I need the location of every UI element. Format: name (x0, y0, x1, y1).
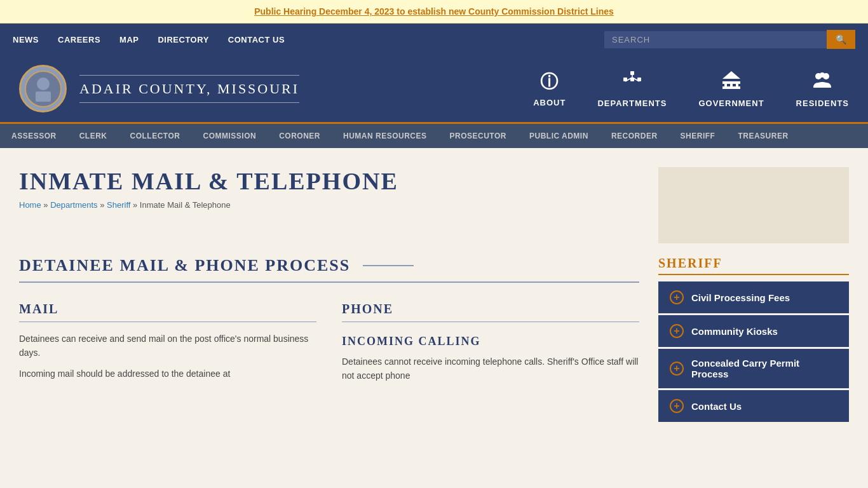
residents-label: RESIDENTS (796, 98, 849, 108)
header-nav: ⓘ ABOUT DEPARTMENTS (325, 70, 849, 108)
logo-area: ADAIR COUNTY, MISSOURI (19, 65, 299, 112)
announcement-link[interactable]: Public Hearing December 4, 2023 to estab… (254, 6, 614, 17)
search-input[interactable] (604, 31, 827, 48)
dept-sheriff[interactable]: SHERIFF (669, 124, 727, 148)
dept-clerk[interactable]: CLERK (68, 124, 119, 148)
mail-title: MAIL (19, 302, 316, 322)
page-title: INMATE MAIL & TELEPHONE (19, 167, 658, 195)
sidebar-item-civil-processing[interactable]: + Civil Processing Fees (658, 281, 849, 313)
sidebar-label-civil: Civil Processing Fees (691, 292, 790, 303)
content-main: DETAINEE MAIL & PHONE PROCESS MAIL Detai… (19, 256, 639, 424)
dept-prosecutor[interactable]: PROSECUTOR (438, 124, 518, 148)
breadcrumb-sep3: » (133, 200, 140, 210)
announcement-bar: Public Hearing December 4, 2023 to estab… (0, 0, 868, 24)
dept-assessor[interactable]: ASSESSOR (0, 124, 68, 148)
nav-about[interactable]: ⓘ ABOUT (533, 70, 566, 108)
sidebar-label-contact: Contact Us (691, 401, 742, 412)
seal-image (24, 70, 62, 108)
mail-column: MAIL Detainees can receive and send mail… (19, 302, 316, 390)
svg-rect-15 (736, 84, 738, 86)
mail-para-2: Incoming mail should be addressed to the… (19, 367, 316, 381)
phone-title: PHONE (342, 302, 639, 322)
dept-commission[interactable]: COMMISSION (191, 124, 268, 148)
svg-rect-10 (722, 81, 740, 84)
breadcrumb-current: Inmate Mail & Telephone (140, 200, 231, 210)
breadcrumb-sheriff[interactable]: Sheriff (107, 200, 130, 210)
mail-para-1: Detainees can receive and send mail on t… (19, 332, 316, 360)
incoming-calling-text: Detainees cannot receive incoming teleph… (342, 355, 639, 383)
page-header-image (658, 167, 849, 243)
site-header: ADAIR COUNTY, MISSOURI ⓘ ABOUT DEPARTMEN… (0, 55, 868, 124)
phone-column: PHONE INCOMING CALLING Detainees cannot … (342, 302, 639, 390)
government-icon (721, 70, 742, 95)
svg-rect-14 (730, 84, 733, 86)
dept-collector[interactable]: COLLECTOR (119, 124, 192, 148)
plus-icon-civil: + (670, 290, 684, 304)
breadcrumb-departments[interactable]: Departments (50, 200, 97, 210)
plus-icon-concealed: + (670, 362, 684, 376)
nav-government[interactable]: GOVERNMENT (698, 70, 764, 108)
top-nav-links: NEWS CAREERS MAP DIRECTORY CONTACT US (13, 35, 604, 44)
sidebar-item-community-kiosks[interactable]: + Community Kiosks (658, 315, 849, 347)
svg-rect-13 (724, 84, 727, 86)
residents-icon (812, 70, 832, 95)
content-wrapper: DETAINEE MAIL & PHONE PROCESS MAIL Detai… (0, 256, 868, 443)
svg-marker-12 (722, 71, 740, 79)
dept-treasurer[interactable]: TREASURER (726, 124, 799, 148)
site-title: ADAIR COUNTY, MISSOURI (79, 75, 299, 103)
svg-rect-3 (630, 71, 634, 75)
nav-news[interactable]: NEWS (13, 35, 39, 44)
svg-rect-2 (36, 92, 51, 102)
incoming-calling-title: INCOMING CALLING (342, 335, 639, 348)
dept-human-resources[interactable]: HUMAN RESOURCES (332, 124, 438, 148)
svg-point-1 (37, 78, 50, 90)
plus-icon-contact: + (670, 399, 684, 413)
page-header: INMATE MAIL & TELEPHONE Home » Departmen… (0, 148, 868, 256)
about-label: ABOUT (533, 98, 566, 107)
sidebar-item-contact[interactable]: + Contact Us (658, 390, 849, 422)
sidebar-item-concealed-carry[interactable]: + Concealed Carry Permit Process (658, 349, 849, 388)
section-title: DETAINEE MAIL & PHONE PROCESS (19, 256, 639, 283)
about-icon: ⓘ (540, 70, 559, 94)
search-container: 🔍 (604, 30, 855, 49)
sidebar-label-concealed: Concealed Carry Permit Process (691, 358, 837, 379)
breadcrumb-sep1: » (43, 200, 50, 210)
page-header-left: INMATE MAIL & TELEPHONE Home » Departmen… (19, 167, 658, 243)
sidebar-title: SHERIFF (658, 256, 849, 275)
dept-coroner[interactable]: CORONER (268, 124, 332, 148)
plus-icon-kiosks: + (670, 324, 684, 338)
nav-contact[interactable]: CONTACT US (228, 35, 285, 44)
search-button[interactable]: 🔍 (827, 30, 855, 49)
sidebar: SHERIFF + Civil Processing Fees + Commun… (658, 256, 849, 424)
government-label: GOVERNMENT (698, 98, 764, 108)
dept-recorder[interactable]: RECORDER (600, 124, 669, 148)
nav-departments[interactable]: DEPARTMENTS (597, 70, 667, 108)
dept-nav: ASSESSOR CLERK COLLECTOR COMMISSION CORO… (0, 124, 868, 148)
nav-residents[interactable]: RESIDENTS (796, 70, 849, 108)
nav-careers[interactable]: CAREERS (58, 35, 100, 44)
breadcrumb: Home » Departments » Sheriff » Inmate Ma… (19, 200, 658, 210)
departments-icon (622, 70, 642, 95)
svg-point-18 (820, 72, 825, 78)
top-nav: NEWS CAREERS MAP DIRECTORY CONTACT US 🔍 (0, 24, 868, 55)
breadcrumb-home[interactable]: Home (19, 200, 41, 210)
sidebar-label-kiosks: Community Kiosks (691, 326, 778, 337)
columns: MAIL Detainees can receive and send mail… (19, 302, 639, 390)
svg-rect-11 (722, 86, 740, 89)
breadcrumb-sep2: » (100, 200, 107, 210)
county-seal (19, 65, 67, 112)
departments-label: DEPARTMENTS (597, 98, 667, 108)
dept-public-admin[interactable]: PUBLIC ADMIN (518, 124, 600, 148)
nav-directory[interactable]: DIRECTORY (158, 35, 208, 44)
nav-map[interactable]: MAP (119, 35, 139, 44)
